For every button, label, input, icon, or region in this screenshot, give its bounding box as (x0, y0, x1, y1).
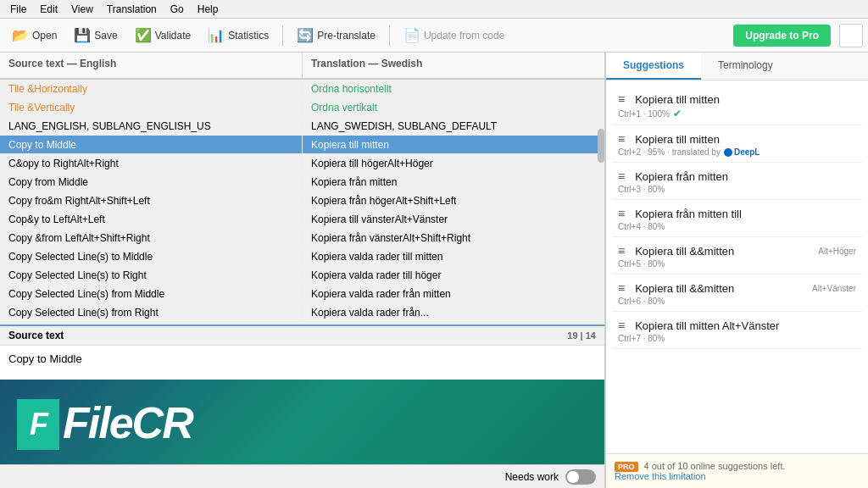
scrollbar[interactable] (598, 80, 604, 324)
menu-file[interactable]: File (3, 2, 33, 17)
update-icon: 📄 (403, 27, 420, 43)
save-label: Save (94, 30, 117, 42)
suggestion-text: ≡Kopiera till &&mittenAlt+Höger (618, 244, 856, 258)
suggestion-item[interactable]: ≡Kopiera från mittenCtrl+3 · 80% (611, 164, 863, 200)
suggestion-label: Kopiera till &&mitten (635, 245, 734, 258)
statistics-button[interactable]: 📊 Statistics (201, 24, 275, 47)
needs-work-toggle[interactable] (565, 469, 596, 485)
pro-notice: PRO 4 out of 10 online suggestions left.… (606, 453, 868, 488)
scroll-thumb[interactable] (598, 129, 604, 163)
menu-view[interactable]: View (64, 2, 100, 17)
remove-limitation-link[interactable]: Remove this limitation (615, 471, 706, 481)
validate-button[interactable]: ✅ Validate (128, 24, 198, 47)
table-row[interactable]: Copy Selected Line(s) from MiddleKopiera… (0, 285, 604, 303)
suggestion-shortcut: Alt+Höger (818, 247, 856, 256)
table-row[interactable]: Tile &HorizontallyOrdna horisontellt (0, 80, 604, 98)
suggestion-text: ≡Kopiera till &&mittenAlt+Vänster (618, 281, 856, 295)
source-cell: Copy Selected Line(s) to Right (0, 266, 303, 284)
translation-cell: Ordna vertikalt (303, 98, 604, 116)
suggestion-item[interactable]: ≡Kopiera från mitten tillCtrl+4 · 80% (611, 202, 863, 237)
suggestion-icon: ≡ (618, 207, 625, 220)
save-icon: 💾 (74, 27, 91, 43)
window-button[interactable] (839, 24, 863, 47)
source-cell: Copy from Middle (0, 173, 303, 191)
table-row[interactable]: Copy fro&m RightAlt+Shift+LeftKopiera fr… (0, 191, 604, 210)
translation-cell: Kopiera till högerAlt+Höger (303, 154, 604, 172)
suggestion-icon: ≡ (618, 244, 625, 258)
bottom-bar: Needs work (0, 464, 604, 488)
suggestions-list: ≡Kopiera till mittenCtrl+1 · 100%✔≡Kopie… (606, 80, 868, 453)
source-column-header: Source text — English (0, 53, 303, 78)
translation-cell: Ordna horisontellt (303, 80, 604, 97)
toolbar-separator-2 (389, 25, 390, 46)
suggestion-item[interactable]: ≡Kopiera till &&mittenAlt+HögerCtrl+5 · … (611, 239, 863, 274)
update-button[interactable]: 📄 Update from code (397, 24, 511, 47)
menu-go[interactable]: Go (164, 2, 191, 17)
suggestion-meta: Ctrl+4 · 80% (618, 222, 856, 231)
source-cell: Copy Selected Line(s) to Middle (0, 247, 303, 265)
open-icon: 📂 (12, 27, 29, 43)
source-cell: LANG_ENGLISH, SUBLANG_ENGLISH_US (0, 117, 303, 135)
translation-cell: Kopiera till mitten (303, 136, 604, 153)
pretranslate-button[interactable]: 🔄 Pre-translate (290, 24, 382, 47)
open-button[interactable]: 📂 Open (5, 24, 64, 47)
suggestion-item[interactable]: ≡Kopiera till &&mittenAlt+VänsterCtrl+6 … (611, 276, 863, 312)
translation-cell: Kopiera valda rader från mitten (303, 285, 604, 302)
check-icon: ✔ (673, 108, 682, 119)
upgrade-button[interactable]: Upgrade to Pro (733, 25, 831, 47)
source-panel: Source text 19 | 14 Copy to Middle (0, 324, 604, 380)
table-scroll[interactable]: Tile &HorizontallyOrdna horisontelltTile… (0, 80, 604, 324)
menu-translation[interactable]: Translation (100, 2, 164, 17)
tab-suggestions[interactable]: Suggestions (606, 53, 701, 80)
source-cell: Copy &from LeftAlt+Shift+Right (0, 229, 303, 247)
source-panel-counter: 19 | 14 (567, 330, 596, 341)
pretranslate-icon: 🔄 (297, 27, 314, 43)
source-panel-content: Copy to Middle (0, 346, 604, 380)
suggestion-icon: ≡ (618, 132, 625, 146)
suggestion-icon: ≡ (618, 92, 625, 106)
table-row[interactable]: C&opy to RightAlt+RightKopiera till höge… (0, 154, 604, 173)
translation-cell: Kopiera från vänsterAlt+Shift+Right (303, 229, 604, 247)
statistics-label: Statistics (228, 30, 269, 42)
save-button[interactable]: 💾 Save (67, 24, 124, 47)
statistics-icon: 📊 (208, 27, 225, 43)
pro-notice-text: 4 out of 10 online suggestions left. (644, 461, 786, 471)
source-cell: Copy to Middle (0, 136, 303, 153)
table-row[interactable]: Copy Selected Line(s) to MiddleKopiera v… (0, 247, 604, 266)
source-cell: Copy Selected Line(s) from Middle (0, 285, 303, 302)
table-row[interactable]: Copy Selected Line(s) from RightKopiera … (0, 303, 604, 322)
right-panel: Suggestions Terminology ≡Kopiera till mi… (605, 53, 868, 488)
table-row[interactable]: Copy to MiddleKopiera till mitten (0, 136, 604, 154)
suggestion-label: Kopiera från mitten till (635, 208, 742, 220)
suggestion-icon: ≡ (618, 169, 625, 183)
watermark-text: FFileCR (17, 394, 192, 450)
watermark-area: FFileCR (0, 380, 604, 464)
suggestion-item[interactable]: ≡Kopiera till mitten Alt+VänsterCtrl+7 ·… (611, 313, 863, 349)
menu-help[interactable]: Help (191, 2, 225, 17)
table-row[interactable]: Cop&y to LeftAlt+LeftKopiera till vänste… (0, 210, 604, 229)
translation-cell: Kopiera till vänsterAlt+Vänster (303, 210, 604, 228)
tab-terminology[interactable]: Terminology (701, 53, 790, 80)
suggestion-meta: Ctrl+1 · 100%✔ (618, 108, 856, 119)
suggestion-meta: Ctrl+2 · 95% · translated byDeepL (618, 147, 856, 157)
source-panel-header: Source text 19 | 14 (0, 326, 604, 346)
table-row[interactable]: Tile &VerticallyOrdna vertikalt (0, 98, 604, 117)
table-row[interactable]: Copy Selected Line(s) to RightKopiera va… (0, 266, 604, 285)
table-row[interactable]: Copy from MiddleKopiera från mitten (0, 173, 604, 191)
suggestion-item[interactable]: ≡Kopiera till mittenCtrl+1 · 100%✔ (611, 87, 863, 125)
suggestion-label: Kopiera till mitten Alt+Vänster (635, 319, 779, 332)
translation-cell: Kopiera valda rader från... (303, 303, 604, 321)
source-cell: Tile &Horizontally (0, 80, 303, 97)
suggestion-item[interactable]: ≡Kopiera till mittenCtrl+2 · 95% · trans… (611, 127, 863, 163)
suggestion-meta: Ctrl+7 · 80% (618, 334, 856, 343)
table-row[interactable]: Copy &from LeftAlt+Shift+RightKopiera fr… (0, 229, 604, 247)
table-row[interactable]: LANG_ENGLISH, SUBLANG_ENGLISH_USLANG_SWE… (0, 117, 604, 136)
tabs: Suggestions Terminology (606, 53, 868, 80)
suggestion-label: Kopiera till mitten (635, 133, 720, 146)
translation-cell: LANG_SWEDISH, SUBLANG_DEFAULT (303, 117, 604, 135)
suggestion-text: ≡Kopiera till mitten (618, 92, 856, 106)
needs-work-label: Needs work (505, 471, 559, 483)
source-cell: Cop&y to LeftAlt+Left (0, 210, 303, 228)
menu-edit[interactable]: Edit (33, 2, 64, 17)
menu-bar: File Edit View Translation Go Help (0, 0, 868, 19)
